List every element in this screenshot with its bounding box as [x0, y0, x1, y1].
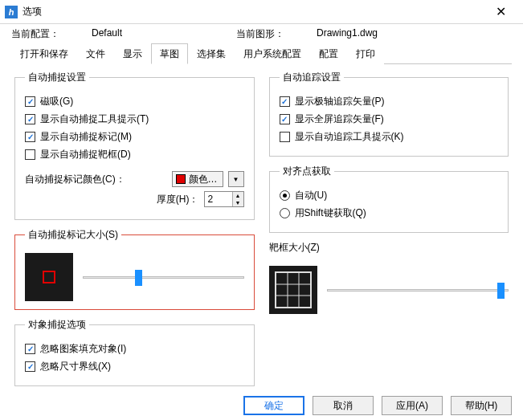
- dialog-footer: 确定 取消 应用(A) 帮助(H): [243, 396, 512, 415]
- magnet-checkbox[interactable]: [25, 96, 35, 107]
- polar-track-checkbox[interactable]: [280, 96, 290, 107]
- autotrack-group: 自动追踪设置 显示极轴追踪矢量(P) 显示全屏追踪矢量(F) 显示自动追踪工具提…: [269, 71, 509, 157]
- color-swatch-icon: [176, 174, 186, 184]
- current-drawing-label: 当前图形：: [236, 27, 284, 41]
- tab-file[interactable]: 文件: [77, 43, 114, 64]
- app-icon: h: [5, 6, 18, 18]
- ignore-dim-checkbox[interactable]: [25, 361, 35, 372]
- aperture-label: 显示自动捕捉靶框(D): [40, 148, 131, 161]
- aperture-checkbox[interactable]: [25, 149, 35, 160]
- magnet-label: 磁吸(G): [40, 95, 73, 108]
- tab-config[interactable]: 配置: [310, 43, 347, 64]
- aperture-size-group: 靶框大小(Z): [269, 241, 509, 322]
- autotrack-legend: 自动追踪设置: [280, 71, 344, 84]
- fullscreen-track-checkbox[interactable]: [280, 114, 290, 124]
- ignore-dim-label: 忽略尺寸界线(X): [40, 360, 111, 373]
- marker-size-legend: 自动捕捉标记大小(S): [25, 228, 121, 242]
- tab-content: 自动捕捉设置 磁吸(G) 显示自动捕捉工具提示(T) 显示自动捕捉标记(M) 显…: [0, 64, 523, 398]
- tab-open-save[interactable]: 打开和保存: [11, 43, 77, 64]
- fullscreen-track-label: 显示全屏追踪矢量(F): [295, 112, 384, 126]
- left-column: 自动捕捉设置 磁吸(G) 显示自动捕捉工具提示(T) 显示自动捕捉标记(M) 显…: [14, 71, 255, 394]
- marker-size-group: 自动捕捉标记大小(S): [14, 228, 255, 310]
- right-column: 自动追踪设置 显示极轴追踪矢量(P) 显示全屏追踪矢量(F) 显示自动追踪工具提…: [269, 71, 509, 394]
- ignore-hatch-checkbox[interactable]: [25, 344, 35, 354]
- window-title: 选项: [22, 5, 42, 18]
- alignpoint-legend: 对齐点获取: [280, 165, 334, 178]
- ignore-hatch-label: 忽略图案填充对象(I): [40, 342, 126, 356]
- current-drawing-value: Drawing1.dwg: [317, 27, 378, 41]
- alignpoint-shift-radio[interactable]: [280, 208, 290, 218]
- thickness-spinner[interactable]: 2 ▲ ▼: [204, 191, 244, 207]
- alignpoint-group: 对齐点获取 自动(U) 用Shift键获取(Q): [269, 165, 509, 233]
- osnap-options-group: 对象捕捉选项 忽略图案填充对象(I) 忽略尺寸界线(X): [14, 318, 255, 386]
- tab-selection[interactable]: 选择集: [188, 43, 235, 64]
- tooltip-label: 显示自动捕捉工具提示(T): [40, 112, 149, 126]
- color-button-label: 颜色…: [189, 173, 218, 186]
- tab-strip: 打开和保存 文件 显示 草图 选择集 用户系统配置 配置 打印: [11, 43, 512, 64]
- close-button[interactable]: ✕: [484, 0, 517, 24]
- marker-size-preview: [25, 253, 73, 301]
- current-config-value: Default: [92, 27, 228, 41]
- track-tooltip-label: 显示自动追踪工具提示(K): [295, 130, 404, 144]
- autosnap-legend: 自动捕捉设置: [25, 71, 89, 84]
- help-button[interactable]: 帮助(H): [451, 396, 512, 415]
- spinner-up-icon[interactable]: ▲: [233, 192, 243, 199]
- polar-track-label: 显示极轴追踪矢量(P): [295, 95, 385, 108]
- track-tooltip-checkbox[interactable]: [280, 132, 290, 142]
- marker-label: 显示自动捕捉标记(M): [40, 130, 132, 144]
- aperture-size-legend: 靶框大小(Z): [269, 241, 323, 255]
- tooltip-checkbox[interactable]: [25, 114, 35, 124]
- marker-checkbox[interactable]: [25, 132, 35, 142]
- thickness-label: 厚度(H)：: [25, 193, 199, 206]
- current-config-label: 当前配置：: [11, 27, 59, 41]
- aperture-size-preview: [269, 266, 317, 314]
- thickness-value: 2: [205, 192, 232, 206]
- tab-display[interactable]: 显示: [114, 43, 151, 64]
- apply-button[interactable]: 应用(A): [382, 396, 443, 415]
- marker-size-slider[interactable]: [83, 276, 244, 279]
- ok-label: 确定: [264, 399, 284, 413]
- aperture-size-slider[interactable]: [327, 289, 509, 292]
- titlebar: h 选项 ✕: [0, 0, 523, 24]
- spinner-down-icon[interactable]: ▼: [233, 199, 243, 206]
- header-info: 当前配置： Default 当前图形： Drawing1.dwg: [0, 24, 523, 43]
- chevron-down-icon: ▼: [233, 176, 239, 183]
- alignpoint-auto-radio[interactable]: [280, 190, 290, 201]
- osnap-options-legend: 对象捕捉选项: [25, 318, 89, 332]
- marker-preview-icon: [43, 271, 55, 283]
- close-icon: ✕: [496, 4, 506, 19]
- cancel-button[interactable]: 取消: [313, 396, 374, 415]
- slider-thumb-icon: [497, 283, 505, 299]
- marker-color-dropdown[interactable]: ▼: [228, 171, 244, 187]
- alignpoint-auto-label: 自动(U): [295, 189, 328, 202]
- alignpoint-shift-label: 用Shift键获取(Q): [295, 206, 366, 220]
- aperture-grid-icon: [275, 271, 312, 308]
- help-label: 帮助(H): [465, 399, 498, 413]
- ok-button[interactable]: 确定: [243, 396, 304, 415]
- cancel-label: 取消: [333, 399, 353, 413]
- autosnap-group: 自动捕捉设置 磁吸(G) 显示自动捕捉工具提示(T) 显示自动捕捉标记(M) 显…: [14, 71, 255, 220]
- svg-rect-0: [276, 272, 311, 308]
- tab-print[interactable]: 打印: [347, 43, 384, 64]
- slider-thumb-icon: [135, 270, 142, 286]
- apply-label: 应用(A): [396, 399, 428, 413]
- tab-user-system[interactable]: 用户系统配置: [235, 43, 310, 64]
- marker-color-button[interactable]: 颜色…: [172, 171, 223, 187]
- marker-color-label: 自动捕捉标记颜色(C)：: [25, 173, 125, 186]
- tab-draft[interactable]: 草图: [151, 43, 188, 64]
